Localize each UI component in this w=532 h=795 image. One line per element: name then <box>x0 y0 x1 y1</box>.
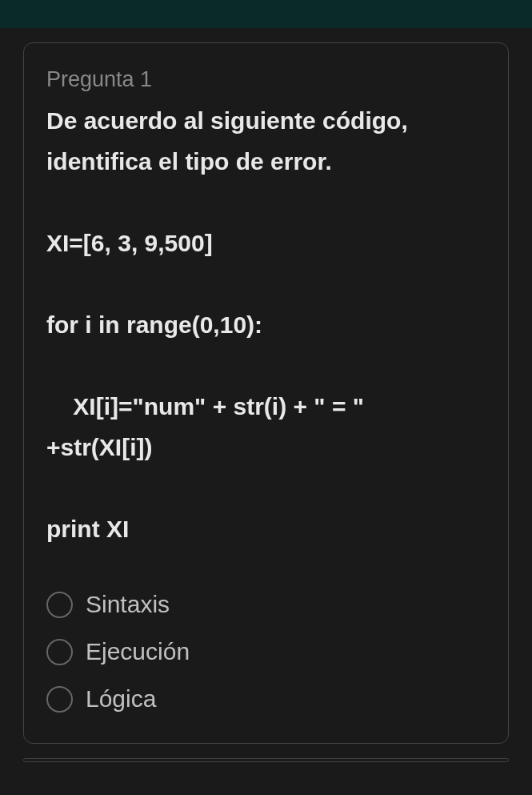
option-row-sintaxis[interactable]: Sintaxis <box>46 591 486 618</box>
question-text: De acuerdo al siguiente código, identifi… <box>46 100 486 549</box>
option-label: Ejecución <box>86 638 190 665</box>
code-line-3b: +str(XI[i]) <box>46 427 486 468</box>
options-container: Sintaxis Ejecución Lógica <box>46 591 486 713</box>
option-label: Sintaxis <box>86 591 170 618</box>
question-number-label: Pregunta 1 <box>46 67 486 92</box>
radio-button[interactable] <box>46 639 73 665</box>
radio-button[interactable] <box>46 686 73 713</box>
code-line-3a: XI[i]="num" + str(i) + " = " <box>46 386 486 427</box>
question-prompt: De acuerdo al siguiente código, identifi… <box>46 100 486 182</box>
option-row-logica[interactable]: Lógica <box>46 685 486 713</box>
option-label: Lógica <box>86 685 156 713</box>
content-area: Pregunta 1 De acuerdo al siguiente códig… <box>0 28 532 762</box>
code-line-1: XI=[6, 3, 9,500] <box>46 223 486 263</box>
next-card-top-edge <box>23 758 509 762</box>
code-line-2: for i in range(0,10): <box>46 304 486 345</box>
code-line-4: print XI <box>46 508 486 549</box>
question-card: Pregunta 1 De acuerdo al siguiente códig… <box>23 42 509 744</box>
radio-button[interactable] <box>46 592 73 618</box>
top-bar <box>0 0 532 28</box>
option-row-ejecucion[interactable]: Ejecución <box>46 638 486 665</box>
